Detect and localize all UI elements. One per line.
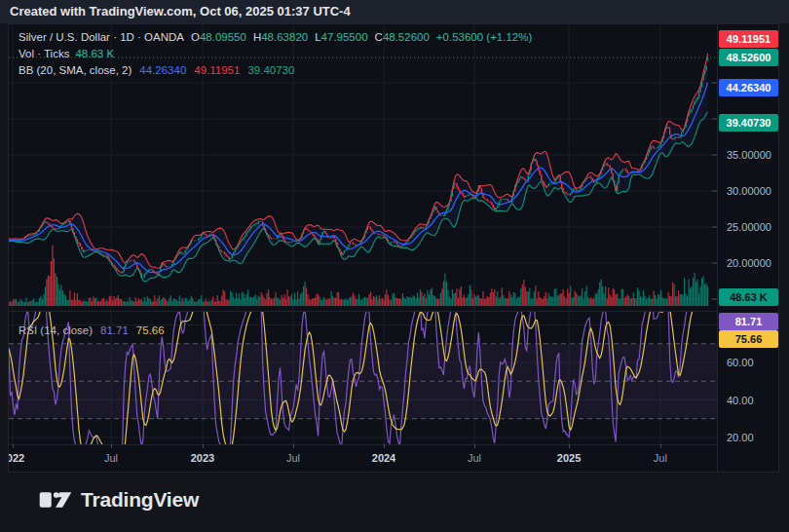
ohlc-key: C <box>375 31 383 43</box>
main-legend[interactable]: Silver / U.S. Dollar · 1D · OANDAO48.095… <box>19 29 532 79</box>
symbol-title[interactable]: Silver / U.S. Dollar · 1D · OANDA <box>19 31 184 43</box>
price-axis-label: 30.00000 <box>727 183 771 199</box>
time-axis-label: 2025 <box>547 452 590 464</box>
chart-frame[interactable]: Silver / U.S. Dollar · 1D · OANDAO48.095… <box>8 23 779 473</box>
attribution-bar: Created with TradingView.com, Oct 06, 20… <box>0 0 789 23</box>
attribution-text: Created with TradingView.com, Oct 06, 20… <box>10 0 351 23</box>
price-axis-label: 35.00000 <box>727 147 771 163</box>
time-axis-label: Jul <box>639 452 682 464</box>
rsi-legend[interactable]: RSI (14, close)81.7175.66 <box>19 323 165 339</box>
time-axis-label: Jul <box>453 452 496 464</box>
time-tick <box>660 444 661 448</box>
volume-badge: 48.63 K <box>719 288 778 306</box>
price-axis-label: 25.00000 <box>727 219 771 235</box>
time-axis-label: Jul <box>90 452 132 464</box>
ohlc-value: 48.52600 <box>383 31 430 43</box>
rsi-badge: 81.71 <box>719 313 778 330</box>
ohlc-key: O <box>191 31 200 43</box>
time-tick <box>111 444 112 448</box>
time-axis-label: Jul <box>272 452 315 464</box>
price-axis-label: 20.00000 <box>727 255 771 271</box>
time-tick <box>569 444 570 448</box>
ohlc-value: 48.63820 <box>261 31 308 43</box>
volume-value: 48.63 K <box>75 48 114 59</box>
tradingview-logo-icon <box>39 487 72 513</box>
volume-bars-up <box>12 273 708 306</box>
ohlc-value: 47.95500 <box>321 31 368 43</box>
tradingview-snapshot: Created with TradingView.com, Oct 06, 20… <box>0 0 789 532</box>
rsi-axis-label: 40.00 <box>727 393 754 408</box>
change-value: +0.53600 (+1.12%) <box>436 31 532 43</box>
rsi-value: 81.71 <box>100 324 129 336</box>
rsi-badge: 75.66 <box>719 330 778 348</box>
time-axis[interactable]: 2022Jul2023Jul2024Jul2025Jul <box>9 444 717 473</box>
volume-row[interactable]: Vol · Ticks48.63 K <box>19 46 532 62</box>
volume-label[interactable]: Vol · Ticks <box>19 48 69 59</box>
price-axis[interactable]: 45.0000040.0000035.0000030.0000025.00000… <box>717 24 779 473</box>
ohlc-values: O48.09550H48.63820L47.95500C48.52600 <box>184 31 430 43</box>
ohlc-key: H <box>253 31 261 43</box>
time-tick <box>13 444 14 448</box>
price-badge: 39.40730 <box>719 114 778 132</box>
bb-row[interactable]: BB (20, SMA, close, 2)44.2634049.1195139… <box>19 62 532 79</box>
price-badge: 44.26340 <box>719 79 778 96</box>
time-tick <box>384 444 385 448</box>
rsi-axis-label: 20.00 <box>727 430 754 445</box>
tradingview-logo-text: TradingView <box>81 488 199 512</box>
time-axis-label: 2024 <box>362 452 405 464</box>
time-tick <box>203 444 204 448</box>
bb-label[interactable]: BB (20, SMA, close, 2) <box>19 64 132 76</box>
time-axis-label: 2023 <box>181 452 224 464</box>
bb-upper-value: 49.11951 <box>194 64 240 76</box>
rsi-label[interactable]: RSI (14, close) <box>19 324 93 336</box>
rsi-ma-value: 75.66 <box>136 324 165 336</box>
symbol-row[interactable]: Silver / U.S. Dollar · 1D · OANDAO48.095… <box>19 29 532 46</box>
ohlc-value: 48.09550 <box>200 31 246 43</box>
time-axis-label: 2022 <box>8 452 34 464</box>
bb-lower-value: 39.40730 <box>247 64 294 76</box>
price-badge: 48.52600 <box>719 49 778 66</box>
price-badge: 49.11951 <box>719 30 778 48</box>
rsi-axis-label: 60.00 <box>727 355 754 370</box>
time-tick <box>474 444 475 448</box>
bb-upper-line <box>9 54 708 268</box>
tradingview-logo[interactable]: TradingView <box>39 483 199 516</box>
time-tick <box>293 444 294 448</box>
pane-divider[interactable] <box>9 311 717 312</box>
bb-basis-value: 44.26340 <box>139 64 186 76</box>
